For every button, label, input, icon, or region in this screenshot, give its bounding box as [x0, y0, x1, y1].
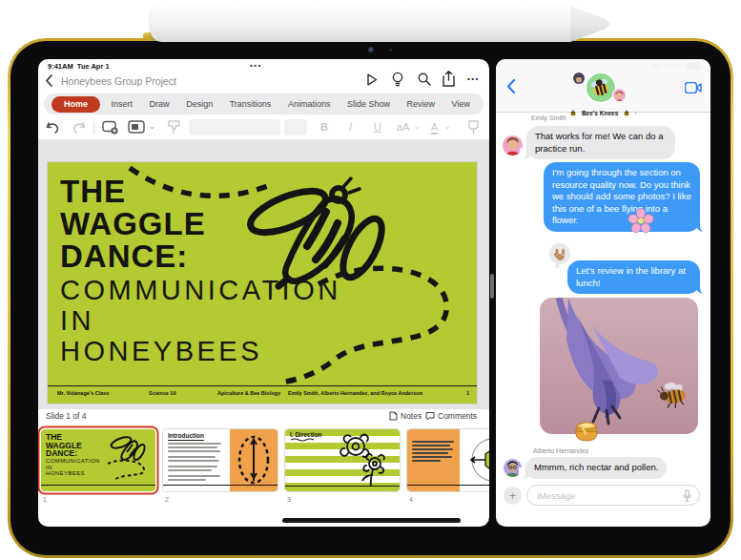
slide-thumbnail-4[interactable]	[407, 429, 489, 491]
italic-button[interactable]: I	[349, 121, 352, 133]
chat-title: Bee's Knees	[582, 110, 618, 116]
thumb-number-3: 3	[287, 496, 291, 503]
back-chevron-icon[interactable]	[45, 74, 52, 87]
format-toolbar: ⌄ B I U aA ⌄ A ⌄	[38, 118, 489, 139]
text-color-chevron-icon[interactable]: ⌄	[444, 122, 451, 131]
honey-pot-sticker[interactable]	[572, 415, 601, 444]
tab-design[interactable]: Design	[180, 96, 218, 112]
multitasking-dots-icon[interactable]: •••	[250, 61, 262, 70]
text-size-button[interactable]: aA	[397, 121, 409, 133]
search-icon[interactable]	[418, 73, 431, 86]
imessage-input[interactable]	[527, 490, 680, 501]
font-field-disabled	[189, 119, 280, 135]
photo-message-bee-flower[interactable]	[540, 298, 698, 434]
undo-icon[interactable]	[46, 121, 59, 134]
slide-layout-icon[interactable]	[128, 120, 145, 134]
status-date: Tue Apr 1	[77, 62, 110, 71]
text-size-chevron-icon[interactable]: ⌄	[414, 122, 421, 131]
cherry-blossom-sticker[interactable]	[628, 208, 654, 235]
status-time-date: 9:41AM Tue Apr 1	[48, 62, 110, 71]
bee-icon	[569, 110, 577, 116]
redo-icon[interactable]	[72, 121, 86, 134]
thumb4-angle-diagram	[464, 435, 489, 485]
thumb2-title: Introduction	[168, 432, 204, 441]
comments-icon[interactable]	[425, 411, 435, 421]
apple-pencil[interactable]	[151, 6, 572, 42]
bee-illustration	[48, 162, 477, 404]
dictation-mic-icon[interactable]	[683, 489, 691, 502]
tab-insert[interactable]: Insert	[106, 96, 139, 112]
play-button[interactable]	[365, 73, 379, 87]
tab-review[interactable]: Review	[401, 96, 442, 112]
message-bubble-sent[interactable]: I'm going through the section on resourc…	[544, 162, 700, 232]
apple-pencil-tip	[570, 6, 610, 42]
slide-thumbnail-3[interactable]: I. Direction	[285, 429, 400, 491]
document-title[interactable]: Honeybees Group Project	[61, 75, 176, 87]
footer-subject: Apiculture & Bee Biology	[217, 390, 280, 396]
message-bubble-received[interactable]: That works for me! We can do a practice …	[526, 126, 675, 159]
back-chevron-icon[interactable]	[506, 79, 515, 93]
tab-slideshow[interactable]: Slide Show	[341, 96, 396, 112]
footer-course: Science 10	[149, 390, 175, 396]
ribbon-tabbar: Home Insert Draw Design Transitions Anim…	[44, 93, 484, 114]
add-slide-icon[interactable]	[102, 120, 118, 135]
status-time: 9:41AM	[48, 62, 73, 71]
love-you-gesture-icon	[554, 248, 566, 260]
toolbar-divider	[93, 121, 94, 135]
keynote-window: 9:41AM Tue Apr 1 ••• Honeybees Group Pro…	[38, 59, 489, 527]
presenter-notes-bulb-icon[interactable]	[392, 72, 403, 88]
thumb-number-1: 1	[43, 496, 47, 503]
layout-chevron-icon[interactable]: ⌄	[149, 122, 155, 131]
tab-animations[interactable]: Animations	[282, 96, 337, 112]
message-bubble-received[interactable]: Mmmm, rich nectar and pollen.	[525, 457, 667, 479]
scene: 9:41AM Tue Apr 1 ••• Honeybees Group Pro…	[0, 0, 741, 560]
sender-label: Alberto Hernandez	[533, 447, 588, 454]
bee-icon	[623, 110, 630, 116]
footer-teacher: Mr. Vidanage's Class	[57, 390, 109, 396]
avatar-emily-small[interactable]	[613, 89, 626, 101]
thumb-number-4: 4	[409, 496, 413, 503]
notes-button[interactable]: Notes	[401, 411, 422, 421]
highlight-icon[interactable]	[467, 120, 480, 135]
imessage-input-field[interactable]	[526, 485, 700, 506]
avatar-royce[interactable]	[573, 73, 585, 84]
thumb3-underline-squiggle	[290, 438, 319, 442]
tab-home[interactable]: Home	[51, 96, 100, 113]
tapback-tail-dot	[555, 263, 560, 268]
slide-thumbnail-1[interactable]: THE WAGGLE DANCE: COMMUNICATION IN HONEY…	[41, 429, 155, 491]
thumb3-flower-doodle	[335, 433, 394, 488]
ambient-sensor	[389, 49, 392, 52]
format-brush-icon[interactable]	[168, 120, 180, 135]
chat-title-row[interactable]: Bee's Knees ›	[496, 102, 710, 119]
slide-thumbnail-2[interactable]: Introduction	[163, 429, 278, 491]
message-bubble-sent[interactable]: Let's review in the library at lunch!	[567, 260, 700, 294]
footer-authors: Emily Smith, Alberto Hernandez, and Royc…	[288, 390, 422, 396]
footer-page-number: 1	[466, 390, 469, 396]
underline-button[interactable]: U	[374, 121, 381, 133]
current-slide[interactable]: THE WAGGLE DANCE: COMMUNICATION IN HONEY…	[48, 162, 477, 404]
mini-bee-illustration	[94, 431, 154, 487]
thumb3-title: I. Direction	[290, 431, 322, 438]
tab-draw[interactable]: Draw	[144, 96, 175, 112]
tapback-reaction[interactable]	[549, 243, 570, 264]
more-options-icon[interactable]: •••	[467, 74, 480, 83]
add-attachment-button[interactable]: +	[504, 487, 522, 505]
group-avatar-bee[interactable]	[587, 73, 615, 102]
tab-transitions[interactable]: Transitions	[224, 96, 278, 112]
chat-detail-chevron: ›	[634, 110, 636, 116]
split-view-drag-handle[interactable]	[490, 274, 494, 299]
fontsize-field-disabled	[284, 119, 307, 135]
bold-button[interactable]: B	[320, 121, 328, 133]
thumb2-dance-diagram	[234, 433, 274, 487]
tab-view[interactable]: View	[446, 96, 476, 112]
messages-window: ••• 100%	[496, 59, 710, 527]
slide-footer: Mr. Vidanage's Class Science 10 Apicultu…	[48, 385, 477, 404]
home-indicator[interactable]	[282, 518, 461, 523]
comments-button[interactable]: Comments	[438, 411, 477, 421]
text-color-button[interactable]: A	[431, 121, 438, 135]
share-icon[interactable]	[443, 71, 455, 87]
facetime-video-icon[interactable]	[685, 82, 702, 93]
chat-header: Bee's Knees ›	[496, 59, 710, 113]
notes-icon[interactable]	[389, 411, 398, 421]
thumb-number-2: 2	[165, 496, 169, 503]
